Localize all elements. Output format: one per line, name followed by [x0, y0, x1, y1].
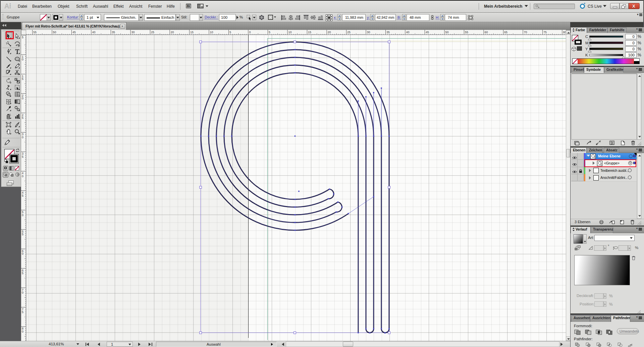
svg-text:60: 60 [485, 31, 488, 34]
svg-text:5: 5 [22, 36, 23, 39]
svg-text:40: 40 [406, 31, 410, 34]
svg-text:5: 5 [22, 155, 23, 158]
svg-text:0: 0 [22, 175, 23, 178]
svg-text:45: 45 [72, 31, 76, 34]
svg-text:0: 0 [22, 252, 23, 255]
svg-text:35: 35 [386, 31, 390, 34]
svg-text:0: 0 [22, 97, 23, 100]
svg-text:75: 75 [543, 31, 547, 34]
svg-text:0: 0 [22, 58, 23, 61]
svg-text:5: 5 [229, 31, 231, 34]
svg-text:70: 70 [524, 31, 527, 34]
svg-text:5: 5 [22, 310, 23, 314]
svg-text:50: 50 [445, 31, 449, 34]
svg-text:50: 50 [53, 31, 56, 34]
svg-text:20: 20 [171, 31, 174, 34]
svg-text:15: 15 [190, 31, 194, 34]
svg-text:55: 55 [465, 31, 468, 34]
svg-text:0: 0 [22, 136, 23, 139]
svg-text:40: 40 [92, 31, 96, 34]
svg-text:45: 45 [426, 31, 429, 34]
svg-text:20: 20 [328, 31, 331, 34]
svg-text:0: 0 [249, 31, 251, 34]
svg-text:10: 10 [288, 31, 292, 34]
svg-text:80: 80 [563, 31, 566, 34]
svg-text:5: 5 [22, 77, 23, 81]
svg-text:35: 35 [112, 31, 115, 34]
svg-text:5: 5 [22, 116, 23, 119]
svg-text:15: 15 [308, 31, 311, 34]
svg-text:10: 10 [210, 31, 213, 34]
svg-text:0: 0 [22, 330, 23, 333]
svg-text:5: 5 [269, 31, 270, 34]
svg-text:25: 25 [151, 31, 154, 34]
svg-text:0: 0 [22, 291, 23, 294]
svg-text:55: 55 [33, 31, 37, 34]
svg-text:30: 30 [367, 31, 370, 34]
svg-text:5: 5 [22, 233, 23, 236]
svg-text:65: 65 [504, 31, 507, 34]
svg-text:0: 0 [22, 213, 23, 217]
svg-text:5: 5 [22, 271, 23, 275]
svg-text:25: 25 [347, 31, 351, 34]
svg-text:5: 5 [22, 194, 23, 197]
svg-text:30: 30 [131, 31, 135, 34]
